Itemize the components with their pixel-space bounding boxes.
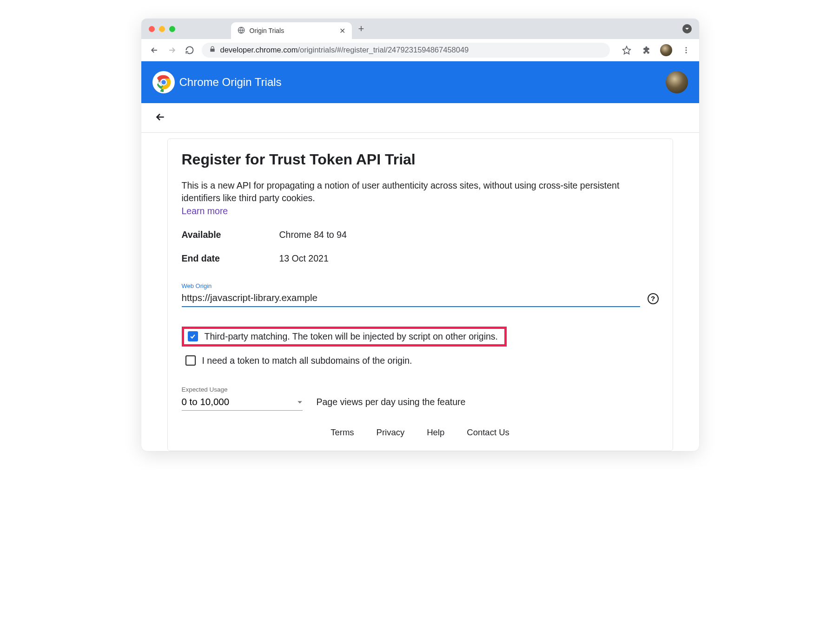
- app-title: Chrome Origin Trials: [179, 76, 282, 89]
- account-menu-icon[interactable]: [682, 24, 692, 33]
- third-party-label: Third-party matching. The token will be …: [205, 331, 498, 342]
- extensions-icon[interactable]: [641, 45, 652, 56]
- svg-point-1: [685, 47, 687, 48]
- contact-link[interactable]: Contact Us: [467, 427, 509, 438]
- end-date-value: 13 Oct 2021: [279, 253, 329, 264]
- learn-more-link[interactable]: Learn more: [182, 206, 228, 216]
- reload-button[interactable]: [184, 45, 195, 56]
- close-window-button[interactable]: [149, 26, 155, 32]
- toolbar-icons: [621, 44, 692, 56]
- chevron-down-icon: [297, 396, 303, 407]
- expected-usage-value: 0 to 10,000: [182, 396, 230, 407]
- address-bar: developer.chrome.com/origintrials/#/regi…: [141, 39, 699, 61]
- subdomain-label: I need a token to match all subdomains o…: [202, 355, 412, 366]
- privacy-link[interactable]: Privacy: [377, 427, 405, 438]
- browser-window: Origin Trials ✕ + developer.chrome.com/o…: [141, 19, 699, 451]
- forward-button[interactable]: [166, 45, 178, 56]
- content-area: Register for Trust Token API Trial This …: [141, 133, 699, 451]
- star-icon[interactable]: [621, 45, 632, 56]
- footer-links: Terms Privacy Help Contact Us: [182, 427, 659, 441]
- third-party-checkbox[interactable]: [188, 331, 198, 341]
- registration-card: Register for Trust Token API Trial This …: [167, 138, 673, 451]
- page-title: Register for Trust Token API Trial: [182, 151, 659, 168]
- titlebar: Origin Trials ✕ +: [141, 19, 699, 39]
- back-button[interactable]: [149, 45, 160, 56]
- kebab-menu-icon[interactable]: [681, 45, 692, 56]
- globe-icon: [238, 26, 245, 35]
- browser-tab[interactable]: Origin Trials ✕: [231, 22, 352, 39]
- titlebar-right: [682, 24, 692, 33]
- chrome-logo-icon: [152, 71, 175, 93]
- expected-usage-description: Page views per day using the feature: [317, 397, 466, 411]
- trial-description: This is a new API for propagating a noti…: [182, 179, 659, 205]
- expected-usage-select[interactable]: Expected Usage 0 to 10,000: [182, 386, 303, 411]
- available-row: Available Chrome 84 to 94: [182, 229, 659, 240]
- subdomain-checkbox-row[interactable]: I need a token to match all subdomains o…: [182, 353, 659, 368]
- available-value: Chrome 84 to 94: [279, 229, 347, 240]
- third-party-checkbox-row[interactable]: Third-party matching. The token will be …: [182, 327, 507, 347]
- profile-avatar-small[interactable]: [660, 44, 672, 56]
- subheader: [141, 103, 699, 133]
- new-tab-button[interactable]: +: [358, 23, 364, 35]
- tab-title: Origin Trials: [250, 27, 284, 34]
- minimize-window-button[interactable]: [159, 26, 165, 32]
- svg-point-6: [161, 79, 166, 85]
- svg-point-3: [685, 52, 687, 53]
- help-link[interactable]: Help: [427, 427, 444, 438]
- available-label: Available: [182, 229, 279, 240]
- url-field[interactable]: developer.chrome.com/origintrials/#/regi…: [202, 43, 610, 58]
- url-text: developer.chrome.com/origintrials/#/regi…: [220, 46, 469, 54]
- lock-icon: [209, 46, 216, 54]
- web-origin-input[interactable]: [182, 290, 640, 307]
- web-origin-field: Web Origin ?: [182, 282, 659, 307]
- help-icon[interactable]: ?: [648, 293, 659, 304]
- end-date-label: End date: [182, 253, 279, 264]
- app-header: Chrome Origin Trials: [141, 61, 699, 103]
- end-date-row: End date 13 Oct 2021: [182, 253, 659, 264]
- web-origin-label: Web Origin: [182, 282, 659, 289]
- expected-usage-label: Expected Usage: [182, 386, 303, 393]
- svg-point-2: [685, 49, 687, 51]
- maximize-window-button[interactable]: [169, 26, 175, 32]
- window-controls: [149, 26, 175, 32]
- page-back-button[interactable]: [154, 111, 166, 125]
- close-tab-button[interactable]: ✕: [339, 26, 345, 35]
- profile-avatar-large[interactable]: [666, 71, 688, 93]
- terms-link[interactable]: Terms: [331, 427, 354, 438]
- expected-usage-section: Expected Usage 0 to 10,000 Page views pe…: [182, 386, 659, 411]
- subdomain-checkbox[interactable]: [185, 355, 196, 366]
